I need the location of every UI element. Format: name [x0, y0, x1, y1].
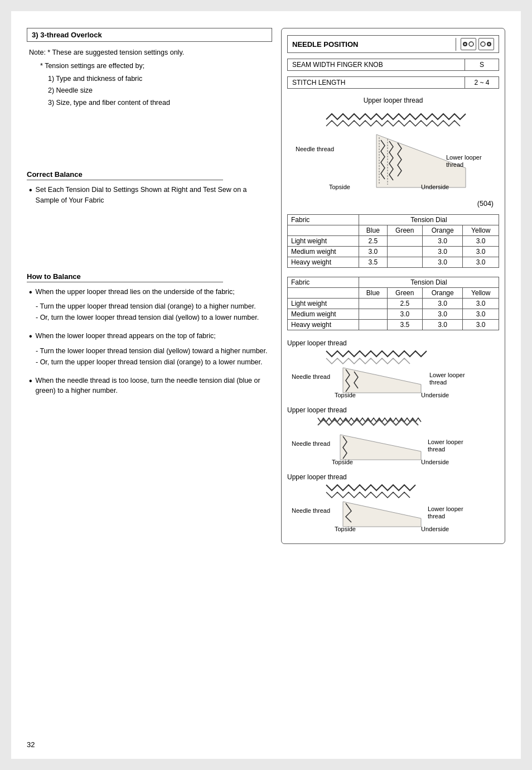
how-group-3-main: • When the needle thread is too loose, t…: [27, 376, 272, 397]
how-group-1-subs: - Turn the upper looper thread tension d…: [27, 301, 272, 323]
tension-note-title: Tension settings are effected by;: [45, 62, 144, 70]
small-diagram-3: Upper looper thread Needle thread Lower …: [287, 473, 499, 532]
note-item-3: 3) Size, type and fiber content of threa…: [48, 97, 272, 109]
svg-marker-20: [340, 435, 421, 460]
t1-r1-green: [387, 236, 422, 247]
seam-width-label: SEAM WIDTH FINGER KNOB: [288, 59, 465, 70]
t1-r2-orange: 3.0: [422, 247, 462, 257]
correct-balance-title: Correct Balance: [27, 170, 223, 180]
svg-text:Underside: Underside: [421, 526, 449, 532]
table1-fabric-header: Fabric: [288, 215, 359, 225]
needle-position-label: NEEDLE POSITION: [288, 38, 456, 51]
t2-r2-fabric: Medium weight: [288, 309, 359, 320]
main-thread-diagram: Upper looper thread Needle thread: [287, 97, 499, 193]
t1-r3-green: [387, 257, 422, 268]
table1-tension-header: Tension Dial: [359, 215, 499, 225]
right-column: NEEDLE POSITION: [281, 28, 505, 544]
tension-note: * Tension settings are effected by;: [27, 62, 272, 70]
small-diagram-2-title: Upper looper thread: [287, 406, 499, 414]
svg-marker-14: [343, 368, 421, 393]
t2-r2-yellow: 3.0: [463, 309, 499, 320]
svg-text:Needle thread: Needle thread: [292, 507, 330, 514]
t2-r1-green: 2.5: [387, 299, 422, 309]
t1-r3-orange: 3.0: [422, 257, 462, 268]
t2-r2-orange: 3.0: [422, 309, 462, 320]
small-diagram-1-title: Upper looper thread: [287, 339, 499, 347]
note-item-1: 1) Type and thickness of fabric: [48, 73, 272, 85]
page: 3) 3-thread Overlock Note: * These are s…: [11, 11, 521, 759]
page-ref: (504): [287, 200, 499, 208]
correct-balance-text: Set Each Tension Dial to Settings Shown …: [36, 185, 272, 206]
t2-r3-orange: 3.0: [422, 320, 462, 330]
how-group-1-main: • When the upper looper thread lies on t…: [27, 287, 272, 297]
svg-text:Topside: Topside: [335, 392, 356, 398]
svg-text:thread: thread: [429, 379, 447, 386]
svg-text:Underside: Underside: [421, 184, 449, 190]
seam-width-row: SEAM WIDTH FINGER KNOB S: [287, 59, 499, 71]
correct-balance-bullet: • Set Each Tension Dial to Settings Show…: [27, 185, 272, 206]
svg-text:thread: thread: [428, 446, 445, 453]
table-row: Light weight 2.5 3.0 3.0: [288, 236, 499, 247]
t2-r1-orange: 3.0: [422, 299, 462, 309]
tension-table-1: Fabric Tension Dial Blue Green Orange Ye…: [287, 214, 499, 268]
t1-r3-yellow: 3.0: [463, 257, 499, 268]
table-row: Medium weight 3.0 3.0 3.0: [288, 309, 499, 320]
t1-r3-blue: 3.5: [359, 257, 388, 268]
table1-green-header: Green: [387, 225, 422, 236]
svg-text:Topside: Topside: [335, 526, 356, 532]
bullet-dot: •: [29, 185, 32, 195]
small-diagram-3-svg: Needle thread Lower looper thread Topsid…: [287, 482, 499, 532]
t1-r1-yellow: 3.0: [463, 236, 499, 247]
t2-r3-fabric: Heavy weight: [288, 320, 359, 330]
stitch-length-label: STITCH LENGTH: [288, 77, 465, 88]
table-row: Heavy weight 3.5 3.0 3.0: [288, 257, 499, 268]
how-group-2-sub-2: - Or, turn the upper looper thread tensi…: [36, 357, 272, 368]
table2-fabric-header: Fabric: [288, 277, 359, 288]
needle-icon-right: [478, 38, 494, 50]
how-group-1-sub-1: - Turn the upper looper thread tension d…: [36, 301, 272, 312]
t1-r2-yellow: 3.0: [463, 247, 499, 257]
how-group-3: • When the needle thread is too loose, t…: [27, 376, 272, 397]
t2-r3-yellow: 3.0: [463, 320, 499, 330]
svg-text:Needle thread: Needle thread: [296, 146, 334, 152]
how-group-1-sub-2: - Or, turn the lower looper thread tensi…: [36, 312, 272, 323]
how-to-balance-section: How to Balance • When the upper looper t…: [27, 272, 272, 396]
how-group-2: • When the lower looper thread appears o…: [27, 331, 272, 367]
how-group-2-main: • When the lower looper thread appears o…: [27, 331, 272, 341]
svg-text:Lower looper: Lower looper: [428, 439, 463, 445]
table2-blue-header: Blue: [359, 288, 388, 299]
how-to-balance-title: How to Balance: [27, 272, 223, 282]
needle-icon-left: [461, 38, 476, 50]
seam-width-value: S: [465, 59, 499, 70]
needle-position-row: NEEDLE POSITION: [287, 35, 499, 53]
t1-r2-blue: 3.0: [359, 247, 388, 257]
table-row: Light weight 2.5 3.0 3.0: [288, 299, 499, 309]
svg-text:Lower looper: Lower looper: [429, 372, 465, 378]
t2-r3-green: 3.5: [387, 320, 422, 330]
note-items: 1) Type and thickness of fabric 2) Needl…: [27, 73, 272, 109]
main-diagram-svg: Needle thread: [287, 107, 499, 193]
note-star: *: [40, 62, 45, 70]
small-diagram-3-title: Upper looper thread: [287, 473, 499, 481]
svg-text:Needle thread: Needle thread: [292, 373, 330, 380]
table2-yellow-header: Yellow: [463, 288, 499, 299]
svg-marker-26: [343, 502, 421, 527]
svg-text:Underside: Underside: [421, 459, 449, 465]
svg-point-3: [481, 42, 485, 46]
t1-r1-orange: 3.0: [422, 236, 462, 247]
stitch-length-value: 2 ~ 4: [465, 77, 499, 88]
t2-r1-blue: [359, 299, 388, 309]
tension-table-2: Fabric Tension Dial Blue Green Orange Ye…: [287, 277, 499, 330]
t1-r3-fabric: Heavy weight: [288, 257, 359, 268]
table2-tension-header: Tension Dial: [359, 277, 499, 288]
t2-r1-fabric: Light weight: [288, 299, 359, 309]
svg-text:Lower looper: Lower looper: [446, 154, 482, 161]
note-item-2: 2) Needle size: [48, 85, 272, 97]
how-group-1: • When the upper looper thread lies on t…: [27, 287, 272, 323]
small-diagram-1: Upper looper thread Needle thread: [287, 339, 499, 398]
table-row: Medium weight 3.0 3.0 3.0: [288, 247, 499, 257]
svg-text:Needle thread: Needle thread: [292, 440, 330, 447]
svg-text:Topside: Topside: [332, 459, 353, 465]
t2-r2-blue: [359, 309, 388, 320]
upper-looper-label: Upper looper thread: [287, 97, 499, 104]
